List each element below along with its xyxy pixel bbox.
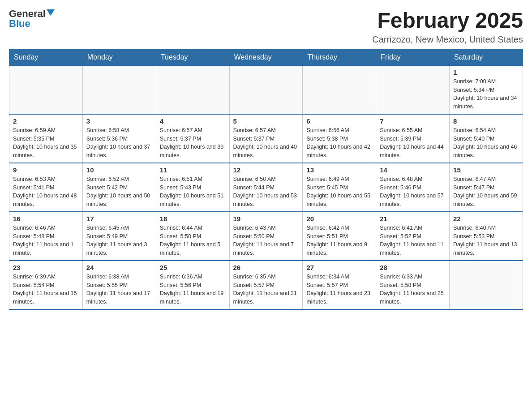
day-number: 2 bbox=[13, 117, 79, 125]
day-number: 17 bbox=[86, 215, 152, 223]
calendar-header-friday: Friday bbox=[376, 49, 450, 65]
day-info: Sunrise: 6:35 AM Sunset: 5:57 PM Dayligh… bbox=[233, 273, 299, 306]
day-info: Sunrise: 6:39 AM Sunset: 5:54 PM Dayligh… bbox=[13, 273, 79, 306]
calendar-cell: 17Sunrise: 6:45 AM Sunset: 5:49 PM Dayli… bbox=[82, 212, 156, 261]
calendar-cell bbox=[82, 65, 156, 114]
day-info: Sunrise: 6:46 AM Sunset: 5:48 PM Dayligh… bbox=[13, 224, 79, 257]
day-number: 14 bbox=[380, 166, 446, 174]
day-info: Sunrise: 7:00 AM Sunset: 5:34 PM Dayligh… bbox=[453, 77, 519, 111]
calendar-cell: 5Sunrise: 6:57 AM Sunset: 5:37 PM Daylig… bbox=[229, 114, 303, 163]
calendar-cell: 2Sunrise: 6:59 AM Sunset: 5:35 PM Daylig… bbox=[9, 114, 83, 163]
day-info: Sunrise: 6:50 AM Sunset: 5:44 PM Dayligh… bbox=[233, 175, 299, 209]
day-info: Sunrise: 6:33 AM Sunset: 5:58 PM Dayligh… bbox=[380, 273, 446, 306]
day-number: 3 bbox=[86, 117, 152, 125]
day-info: Sunrise: 6:47 AM Sunset: 5:47 PM Dayligh… bbox=[453, 175, 519, 209]
calendar-cell: 19Sunrise: 6:43 AM Sunset: 5:50 PM Dayli… bbox=[229, 212, 303, 261]
logo-general-text: General bbox=[9, 9, 46, 19]
day-number: 25 bbox=[160, 264, 226, 271]
calendar-cell: 13Sunrise: 6:49 AM Sunset: 5:45 PM Dayli… bbox=[303, 163, 376, 212]
calendar-header-monday: Monday bbox=[82, 49, 156, 65]
day-number: 24 bbox=[86, 264, 152, 271]
calendar-week-5: 23Sunrise: 6:39 AM Sunset: 5:54 PM Dayli… bbox=[9, 261, 523, 309]
calendar-cell bbox=[156, 65, 229, 114]
day-info: Sunrise: 6:56 AM Sunset: 5:38 PM Dayligh… bbox=[306, 126, 372, 160]
calendar-header-row: SundayMondayTuesdayWednesdayThursdayFrid… bbox=[9, 49, 523, 65]
calendar-header-tuesday: Tuesday bbox=[156, 49, 229, 65]
calendar-cell bbox=[229, 65, 303, 114]
calendar-cell: 18Sunrise: 6:44 AM Sunset: 5:50 PM Dayli… bbox=[156, 212, 229, 261]
calendar-header-sunday: Sunday bbox=[9, 49, 83, 65]
day-number: 15 bbox=[453, 166, 519, 174]
month-title: February 2025 bbox=[372, 9, 523, 33]
calendar-cell: 6Sunrise: 6:56 AM Sunset: 5:38 PM Daylig… bbox=[303, 114, 376, 163]
calendar-cell: 26Sunrise: 6:35 AM Sunset: 5:57 PM Dayli… bbox=[229, 261, 303, 309]
calendar-week-1: 1Sunrise: 7:00 AM Sunset: 5:34 PM Daylig… bbox=[9, 65, 523, 114]
calendar-cell: 28Sunrise: 6:33 AM Sunset: 5:58 PM Dayli… bbox=[376, 261, 450, 309]
calendar-cell: 4Sunrise: 6:57 AM Sunset: 5:37 PM Daylig… bbox=[156, 114, 229, 163]
calendar-cell: 12Sunrise: 6:50 AM Sunset: 5:44 PM Dayli… bbox=[229, 163, 303, 212]
calendar-week-3: 9Sunrise: 6:53 AM Sunset: 5:41 PM Daylig… bbox=[9, 163, 523, 212]
calendar-cell: 20Sunrise: 6:42 AM Sunset: 5:51 PM Dayli… bbox=[303, 212, 376, 261]
day-number: 18 bbox=[160, 215, 226, 223]
day-number: 12 bbox=[233, 166, 299, 174]
calendar-cell bbox=[303, 65, 376, 114]
day-number: 27 bbox=[306, 264, 372, 271]
day-number: 8 bbox=[453, 117, 519, 125]
day-info: Sunrise: 6:49 AM Sunset: 5:45 PM Dayligh… bbox=[306, 175, 372, 209]
calendar-cell: 1Sunrise: 7:00 AM Sunset: 5:34 PM Daylig… bbox=[450, 65, 523, 114]
calendar-cell: 8Sunrise: 6:54 AM Sunset: 5:40 PM Daylig… bbox=[450, 114, 523, 163]
day-number: 1 bbox=[453, 68, 519, 76]
day-info: Sunrise: 6:36 AM Sunset: 5:56 PM Dayligh… bbox=[160, 273, 226, 306]
day-info: Sunrise: 6:40 AM Sunset: 5:53 PM Dayligh… bbox=[453, 224, 519, 257]
logo-blue-text: Blue bbox=[9, 19, 30, 29]
day-info: Sunrise: 6:54 AM Sunset: 5:40 PM Dayligh… bbox=[453, 126, 519, 160]
calendar-header-saturday: Saturday bbox=[450, 49, 523, 65]
calendar-cell: 3Sunrise: 6:58 AM Sunset: 5:36 PM Daylig… bbox=[82, 114, 156, 163]
day-info: Sunrise: 6:34 AM Sunset: 5:57 PM Dayligh… bbox=[306, 273, 372, 306]
calendar-cell bbox=[450, 261, 523, 309]
day-info: Sunrise: 6:55 AM Sunset: 5:39 PM Dayligh… bbox=[380, 126, 446, 160]
day-number: 23 bbox=[13, 264, 79, 271]
day-number: 4 bbox=[160, 117, 226, 125]
calendar-header-thursday: Thursday bbox=[303, 49, 376, 65]
day-info: Sunrise: 6:38 AM Sunset: 5:55 PM Dayligh… bbox=[86, 273, 152, 306]
day-number: 22 bbox=[453, 215, 519, 223]
calendar-cell: 22Sunrise: 6:40 AM Sunset: 5:53 PM Dayli… bbox=[450, 212, 523, 261]
calendar-cell: 7Sunrise: 6:55 AM Sunset: 5:39 PM Daylig… bbox=[376, 114, 450, 163]
day-number: 28 bbox=[380, 264, 446, 271]
calendar-header-wednesday: Wednesday bbox=[229, 49, 303, 65]
day-number: 13 bbox=[306, 166, 372, 174]
day-info: Sunrise: 6:42 AM Sunset: 5:51 PM Dayligh… bbox=[306, 224, 372, 257]
calendar-table: SundayMondayTuesdayWednesdayThursdayFrid… bbox=[9, 49, 523, 310]
day-info: Sunrise: 6:52 AM Sunset: 5:42 PM Dayligh… bbox=[86, 175, 152, 209]
location: Carrizozo, New Mexico, United States bbox=[372, 34, 523, 45]
day-number: 11 bbox=[160, 166, 226, 174]
day-info: Sunrise: 6:44 AM Sunset: 5:50 PM Dayligh… bbox=[160, 224, 226, 257]
day-number: 10 bbox=[86, 166, 152, 174]
calendar-week-4: 16Sunrise: 6:46 AM Sunset: 5:48 PM Dayli… bbox=[9, 212, 523, 261]
day-info: Sunrise: 6:51 AM Sunset: 5:43 PM Dayligh… bbox=[160, 175, 226, 209]
page-header: General Blue February 2025 Carrizozo, Ne… bbox=[9, 9, 523, 45]
day-info: Sunrise: 6:59 AM Sunset: 5:35 PM Dayligh… bbox=[13, 126, 79, 160]
calendar-cell: 21Sunrise: 6:41 AM Sunset: 5:52 PM Dayli… bbox=[376, 212, 450, 261]
calendar-cell: 25Sunrise: 6:36 AM Sunset: 5:56 PM Dayli… bbox=[156, 261, 229, 309]
day-number: 20 bbox=[306, 215, 372, 223]
logo: General Blue bbox=[9, 9, 55, 29]
day-number: 26 bbox=[233, 264, 299, 271]
calendar-cell: 15Sunrise: 6:47 AM Sunset: 5:47 PM Dayli… bbox=[450, 163, 523, 212]
day-info: Sunrise: 6:58 AM Sunset: 5:36 PM Dayligh… bbox=[86, 126, 152, 160]
day-number: 5 bbox=[233, 117, 299, 125]
day-info: Sunrise: 6:43 AM Sunset: 5:50 PM Dayligh… bbox=[233, 224, 299, 257]
calendar-cell: 11Sunrise: 6:51 AM Sunset: 5:43 PM Dayli… bbox=[156, 163, 229, 212]
day-info: Sunrise: 6:53 AM Sunset: 5:41 PM Dayligh… bbox=[13, 175, 79, 209]
calendar-cell: 16Sunrise: 6:46 AM Sunset: 5:48 PM Dayli… bbox=[9, 212, 83, 261]
day-info: Sunrise: 6:57 AM Sunset: 5:37 PM Dayligh… bbox=[160, 126, 226, 160]
day-info: Sunrise: 6:45 AM Sunset: 5:49 PM Dayligh… bbox=[86, 224, 152, 257]
calendar-cell: 27Sunrise: 6:34 AM Sunset: 5:57 PM Dayli… bbox=[303, 261, 376, 309]
calendar-cell: 23Sunrise: 6:39 AM Sunset: 5:54 PM Dayli… bbox=[9, 261, 83, 309]
calendar-cell: 14Sunrise: 6:48 AM Sunset: 5:46 PM Dayli… bbox=[376, 163, 450, 212]
day-number: 21 bbox=[380, 215, 446, 223]
title-block: February 2025 Carrizozo, New Mexico, Uni… bbox=[372, 9, 523, 45]
calendar-cell: 10Sunrise: 6:52 AM Sunset: 5:42 PM Dayli… bbox=[82, 163, 156, 212]
logo-triangle-icon bbox=[47, 9, 55, 16]
